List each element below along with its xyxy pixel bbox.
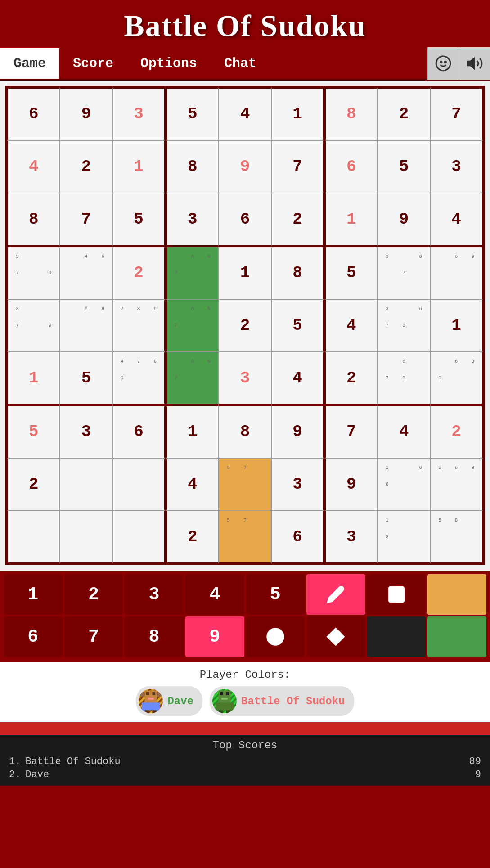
cell-0-7[interactable]: 2 (378, 87, 431, 140)
num-6-button[interactable]: 6 (4, 616, 63, 657)
tab-score[interactable]: Score (59, 48, 127, 79)
cell-0-3[interactable]: 5 (166, 87, 219, 140)
num-4-button[interactable]: 4 (185, 574, 244, 615)
cell-6-3[interactable]: 1 (166, 405, 219, 458)
cell-2-0[interactable]: 8 (7, 193, 60, 246)
cell-4-4[interactable]: 2 (219, 299, 272, 352)
cell-0-5[interactable]: 1 (271, 87, 324, 140)
cell-8-0[interactable] (7, 511, 60, 564)
cell-8-3[interactable]: 2 (166, 511, 219, 564)
cell-0-1[interactable]: 9 (60, 87, 113, 140)
cell-4-5[interactable]: 5 (271, 299, 324, 352)
cell-0-2[interactable]: 3 (112, 87, 166, 140)
cell-0-6[interactable]: 8 (324, 87, 378, 140)
cell-3-5[interactable]: 8 (271, 246, 324, 299)
cell-5-3[interactable]: 697 (166, 352, 219, 405)
cell-8-6[interactable]: 3 (324, 511, 378, 564)
cell-6-8[interactable]: 2 (430, 405, 483, 458)
no-button[interactable] (246, 616, 305, 657)
square-button[interactable] (367, 574, 426, 615)
cell-3-3[interactable]: 697 (166, 246, 219, 299)
cell-1-7[interactable]: 5 (378, 140, 431, 193)
cell-1-5[interactable]: 7 (271, 140, 324, 193)
cell-4-2[interactable]: 789 (112, 299, 166, 352)
num-8-button[interactable]: 8 (125, 616, 184, 657)
cell-5-2[interactable]: 4789 (112, 352, 166, 405)
cell-7-5[interactable]: 3 (271, 458, 324, 511)
cell-5-5[interactable]: 4 (271, 352, 324, 405)
cell-2-1[interactable]: 7 (60, 193, 113, 246)
cell-7-2[interactable] (112, 458, 166, 511)
cell-3-2[interactable]: 2 (112, 246, 166, 299)
cell-8-4[interactable]: 57 (219, 511, 272, 564)
cell-6-4[interactable]: 8 (219, 405, 272, 458)
cell-4-8[interactable]: 1 (430, 299, 483, 352)
cell-2-2[interactable]: 5 (112, 193, 166, 246)
cell-2-7[interactable]: 9 (378, 193, 431, 246)
cell-7-3[interactable]: 4 (166, 458, 219, 511)
tab-game[interactable]: Game (0, 48, 59, 79)
cell-1-6[interactable]: 6 (324, 140, 378, 193)
cell-7-0[interactable]: 2 (7, 458, 60, 511)
cell-7-8[interactable]: 568 (430, 458, 483, 511)
cell-5-4[interactable]: 3 (219, 352, 272, 405)
cell-3-8[interactable]: 69 (430, 246, 483, 299)
cell-7-4[interactable]: 57 (219, 458, 272, 511)
cell-3-0[interactable]: 379 (7, 246, 60, 299)
tab-options[interactable]: Options (127, 48, 211, 79)
cell-6-2[interactable]: 6 (112, 405, 166, 458)
cell-3-1[interactable]: 46 (60, 246, 113, 299)
cell-3-4[interactable]: 1 (219, 246, 272, 299)
cell-1-1[interactable]: 2 (60, 140, 113, 193)
cell-4-6[interactable]: 4 (324, 299, 378, 352)
cell-8-2[interactable] (112, 511, 166, 564)
num-3-button[interactable]: 3 (125, 574, 184, 615)
cell-2-8[interactable]: 4 (430, 193, 483, 246)
cell-1-0[interactable]: 4 (7, 140, 60, 193)
num-5-button[interactable]: 5 (246, 574, 305, 615)
num-2-button[interactable]: 2 (64, 574, 123, 615)
cell-0-0[interactable]: 6 (7, 87, 60, 140)
color-black-button[interactable] (367, 616, 426, 657)
diamond-button[interactable] (306, 616, 365, 657)
cell-2-6[interactable]: 1 (324, 193, 378, 246)
cell-8-8[interactable]: 58 (430, 511, 483, 564)
cell-5-6[interactable]: 2 (324, 352, 378, 405)
pencil-button[interactable] (306, 574, 365, 615)
cell-8-1[interactable] (60, 511, 113, 564)
cell-3-6[interactable]: 5 (324, 246, 378, 299)
cell-7-6[interactable]: 9 (324, 458, 378, 511)
cell-1-3[interactable]: 8 (166, 140, 219, 193)
cell-4-7[interactable]: 3678 (378, 299, 431, 352)
cell-5-7[interactable]: 678 (378, 352, 431, 405)
cell-5-1[interactable]: 5 (60, 352, 113, 405)
cell-4-3[interactable]: 697 (166, 299, 219, 352)
num-7-button[interactable]: 7 (64, 616, 123, 657)
color-green-button[interactable] (427, 616, 486, 657)
sound-icon-button[interactable] (459, 47, 490, 80)
cell-2-5[interactable]: 2 (271, 193, 324, 246)
cell-4-1[interactable]: 68 (60, 299, 113, 352)
cell-0-8[interactable]: 7 (430, 87, 483, 140)
num-9-button[interactable]: 9 (185, 616, 244, 657)
cell-6-6[interactable]: 7 (324, 405, 378, 458)
cell-6-1[interactable]: 3 (60, 405, 113, 458)
cell-4-0[interactable]: 379 (7, 299, 60, 352)
cell-1-8[interactable]: 3 (430, 140, 483, 193)
cell-8-5[interactable]: 6 (271, 511, 324, 564)
cell-6-7[interactable]: 4 (378, 405, 431, 458)
num-1-button[interactable]: 1 (4, 574, 63, 615)
cell-6-0[interactable]: 5 (7, 405, 60, 458)
cell-8-7[interactable]: 18 (378, 511, 431, 564)
cell-3-7[interactable]: 367 (378, 246, 431, 299)
cell-1-4[interactable]: 9 (219, 140, 272, 193)
color-orange-button[interactable] (427, 574, 486, 615)
cell-2-4[interactable]: 6 (219, 193, 272, 246)
cell-1-2[interactable]: 1 (112, 140, 166, 193)
cell-6-5[interactable]: 9 (271, 405, 324, 458)
cell-2-3[interactable]: 3 (166, 193, 219, 246)
smiley-icon-button[interactable] (427, 47, 459, 80)
cell-5-8[interactable]: 689 (430, 352, 483, 405)
cell-5-0[interactable]: 1 (7, 352, 60, 405)
cell-7-1[interactable] (60, 458, 113, 511)
